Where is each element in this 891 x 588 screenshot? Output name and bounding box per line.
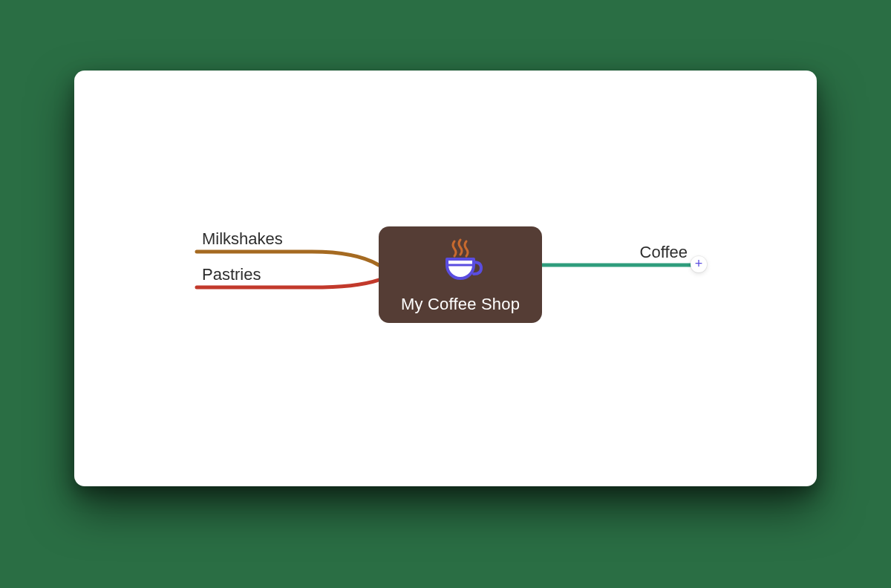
coffee-cup-icon — [379, 237, 542, 284]
plus-icon: + — [695, 257, 703, 270]
branch-pastries[interactable]: Pastries — [202, 265, 261, 284]
branch-coffee[interactable]: Coffee — [598, 243, 688, 262]
center-node[interactable]: My Coffee Shop — [379, 226, 542, 323]
branch-milkshakes[interactable]: Milkshakes — [202, 229, 283, 249]
mindmap-canvas[interactable]: My Coffee Shop Milkshakes Pastries Coffe… — [74, 71, 817, 486]
add-child-button[interactable]: + — [691, 256, 707, 272]
center-node-title: My Coffee Shop — [401, 295, 520, 314]
